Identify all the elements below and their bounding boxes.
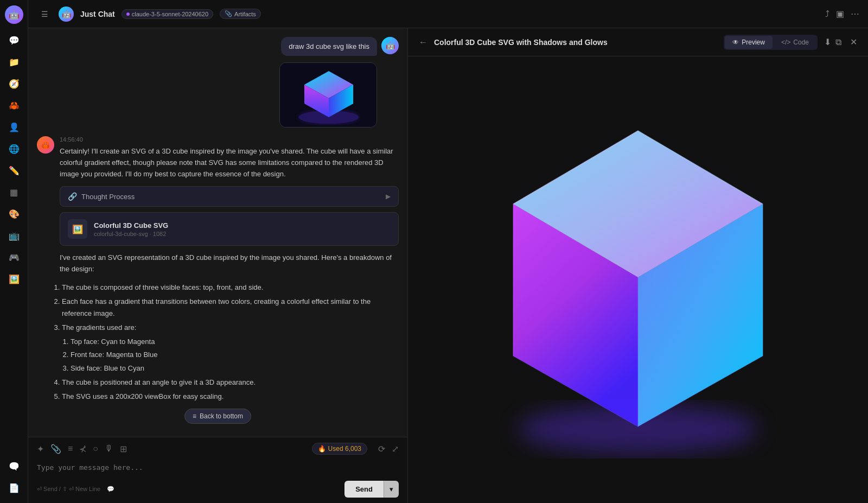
input-tools: ✦ 📎 ≡ ⊀ ○ 🎙 ⊞ 🔥 Used 6,003 ⟳ ⤢: [37, 443, 399, 455]
icon-bar: 🤖 💬 📁 🧭 🦀 👤 🌐 ✏️ ▦ 🎨 📺 🎮 🖼️ 🗨️ 📄: [0, 0, 28, 503]
cube-display: [408, 56, 868, 503]
input-bottom: ⏎ Send / ⇧ ⏎ New Line 💬 Send ▾: [37, 481, 399, 498]
model-tag: claude-3-5-sonnet-20240620: [122, 9, 213, 19]
sidebar-item-docs[interactable]: 📄: [4, 478, 24, 498]
user-bubble: draw 3d cube svg like this: [281, 37, 377, 56]
preview-code-tabs: 👁 Preview </> Code: [724, 35, 818, 50]
content-area: draw 3d cube svg like this: [28, 28, 868, 503]
gradients-sub-list: Top face: Cyan to Magenta Front face: Ma…: [71, 336, 399, 374]
chat-title: Just Chat: [80, 10, 115, 18]
tool-grid[interactable]: ⊞: [120, 444, 127, 454]
list-item-4: The cube is positioned at an angle to gi…: [62, 377, 399, 389]
sub-item-1: Top face: Cyan to Magenta: [71, 336, 399, 348]
sidebar-item-palette[interactable]: 🎨: [4, 204, 24, 224]
chat-scroll[interactable]: draw 3d cube svg like this: [28, 28, 407, 437]
tool-sparkle[interactable]: ✦: [37, 444, 44, 454]
code-label: Code: [793, 39, 809, 46]
user-message: draw 3d cube svg like this: [37, 37, 399, 128]
back-to-bottom-label: Back to bottom: [200, 412, 243, 420]
tab-code[interactable]: </> Code: [774, 36, 816, 49]
back-to-bottom-button[interactable]: ≡ Back to bottom: [184, 409, 251, 424]
topbar-actions: ⤴ ▣ ⋯: [825, 9, 859, 19]
tool-circle[interactable]: ○: [93, 444, 98, 454]
tool-list[interactable]: ≡: [68, 444, 73, 454]
artifact-card[interactable]: 🖼️ Colorful 3D Cube SVG colorful-3d-cube…: [60, 212, 399, 246]
response-text: I've created an SVG representation of a …: [60, 252, 399, 275]
usage-emoji: 🔥: [318, 445, 326, 453]
sidebar-item-grid[interactable]: ▦: [4, 182, 24, 202]
tool-mic[interactable]: 🎙: [105, 444, 113, 454]
tool-clear[interactable]: ⟳: [378, 444, 385, 454]
message-icon: 💬: [107, 486, 114, 493]
list-item-5: The SVG uses a 200x200 viewBox for easy …: [62, 391, 399, 403]
tool-attach[interactable]: 📎: [50, 444, 61, 454]
more-menu-button[interactable]: ⋯: [851, 9, 859, 19]
assistant-avatar: 🦀: [37, 136, 54, 154]
sidebar-item-globe[interactable]: 🌐: [4, 139, 24, 158]
sidebar-toggle-button[interactable]: ▣: [836, 9, 844, 19]
artifact-panel-title: Colorful 3D Cube SVG with Shadows and Gl…: [434, 38, 717, 47]
input-bar: ✦ 📎 ≡ ⊀ ○ 🎙 ⊞ 🔥 Used 6,003 ⟳ ⤢: [28, 437, 407, 503]
main-content: ☰ 🤖 Just Chat claude-3-5-sonnet-20240620…: [28, 0, 868, 503]
preview-label: Preview: [742, 39, 765, 46]
list-item-2: Each face has a gradient that transition…: [62, 296, 399, 320]
cube-svg: [475, 90, 801, 470]
tab-preview[interactable]: 👁 Preview: [725, 36, 773, 49]
model-dot: [126, 12, 130, 16]
artifact-meta: colorful-3d-cube-svg · 1082: [94, 231, 391, 237]
artifacts-icon: 📎: [225, 10, 232, 17]
user-avatar: 🤖: [381, 37, 399, 54]
share-button[interactable]: ⤴: [825, 9, 829, 19]
chevron-right-icon: ▶: [386, 193, 391, 200]
download-button[interactable]: ⬇: [824, 37, 831, 47]
thought-left: 🔗 Thought Process: [68, 192, 135, 201]
assistant-intro-text: Certainly! I'll create an SVG of a 3D cu…: [60, 146, 399, 180]
tool-branch[interactable]: ⊀: [79, 444, 86, 454]
tool-expand[interactable]: ⤢: [392, 444, 399, 454]
send-hint: ⏎ Send / ⇧ ⏎ New Line: [37, 486, 100, 493]
assistant-message: 🦀 14:56:40 Certainly! I'll create an SVG…: [37, 136, 399, 405]
artifacts-tag[interactable]: 📎 Artifacts: [220, 9, 261, 19]
assistant-content: 14:56:40 Certainly! I'll create an SVG o…: [60, 136, 399, 405]
app-logo: 🤖: [5, 5, 23, 24]
input-hints: ⏎ Send / ⇧ ⏎ New Line 💬: [37, 486, 114, 493]
sidebar-item-feedback[interactable]: 🗨️: [4, 456, 24, 476]
sidebar-item-folder[interactable]: 📁: [4, 52, 24, 72]
message-input[interactable]: [37, 459, 399, 479]
send-dropdown-button[interactable]: ▾: [384, 481, 399, 498]
user-image: [279, 62, 377, 128]
send-button[interactable]: Send: [344, 481, 384, 498]
artifact-panel: ← Colorful 3D Cube SVG with Shadows and …: [408, 28, 868, 503]
sidebar-item-chat[interactable]: 💬: [4, 30, 24, 50]
topbar: ☰ 🤖 Just Chat claude-3-5-sonnet-20240620…: [28, 0, 868, 28]
sidebar-item-compass[interactable]: 🧭: [4, 74, 24, 93]
sidebar-item-pencil[interactable]: ✏️: [4, 161, 24, 180]
chat-panel: draw 3d cube svg like this: [28, 28, 408, 503]
thought-icon: 🔗: [68, 192, 77, 201]
response-list: The cube is composed of three visible fa…: [60, 282, 399, 403]
sidebar-item-gamepad[interactable]: 🎮: [4, 247, 24, 267]
chat-app-icon: 🤖: [59, 7, 74, 22]
thought-process-toggle[interactable]: 🔗 Thought Process ▶: [60, 186, 399, 207]
user-text: draw 3d cube svg like this: [289, 42, 369, 50]
sidebar-item-photo[interactable]: 🖼️: [4, 269, 24, 289]
eye-icon: 👁: [732, 39, 739, 46]
artifact-close-button[interactable]: ✕: [850, 37, 857, 47]
artifact-header-actions: ⬇ ⧉ ✕: [824, 37, 857, 47]
sidebar-item-person[interactable]: 👤: [4, 117, 24, 137]
sub-item-2: Front face: Magenta to Blue: [71, 349, 399, 361]
artifact-back-button[interactable]: ←: [419, 37, 427, 47]
copy-button[interactable]: ⧉: [835, 37, 841, 47]
scroll-down-icon: ≡: [193, 412, 196, 420]
artifacts-tag-label: Artifacts: [234, 11, 256, 17]
artifact-preview-icon: 🖼️: [68, 219, 87, 239]
usage-badge: 🔥 Used 6,003: [312, 443, 367, 455]
model-tag-label: claude-3-5-sonnet-20240620: [132, 11, 208, 17]
list-item-1: The cube is composed of three visible fa…: [62, 282, 399, 294]
menu-button[interactable]: ☰: [37, 7, 52, 22]
sidebar-item-tv[interactable]: 📺: [4, 226, 24, 245]
artifact-name: Colorful 3D Cube SVG: [94, 221, 391, 230]
sidebar-item-crab[interactable]: 🦀: [4, 95, 24, 115]
list-item-3: The gradients used are: Top face: Cyan t…: [62, 322, 399, 374]
usage-label: Used 6,003: [328, 445, 361, 453]
